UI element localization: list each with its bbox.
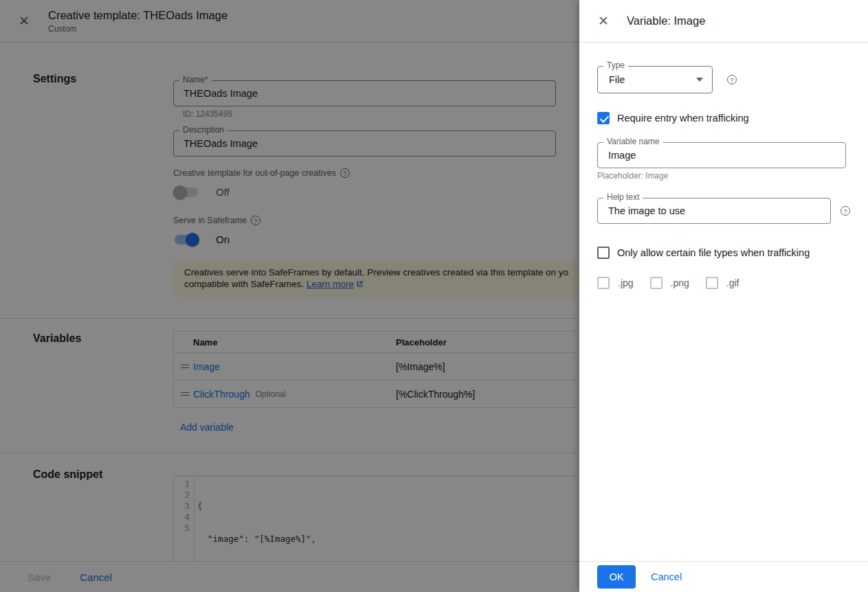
file-type-option: .png [650,277,689,289]
help-text-label: Help text [603,192,643,203]
require-entry-checkbox[interactable] [597,112,610,124]
jpg-label: .jpg [618,277,634,288]
type-select[interactable]: Type File [597,66,713,93]
panel-footer: OK Cancel [579,561,868,592]
only-file-types-checkbox[interactable] [597,247,610,259]
require-entry-row: Require entry when trafficking [597,112,850,124]
file-type-options: .jpg .png .gif [597,277,850,289]
help-icon[interactable]: ? [727,75,737,84]
variable-name-helper: Placeholder: Image [597,171,850,181]
variable-name-field: Variable name Image [597,142,846,168]
panel-body: Type File ? Require entry when trafficki… [579,43,868,289]
png-label: .png [671,277,689,288]
help-text-field: Help text The image to use [597,198,831,224]
panel-header: ✕ Variable: Image [579,0,868,43]
gif-checkbox[interactable] [706,277,718,289]
panel-cancel-button[interactable]: Cancel [651,571,682,582]
close-icon[interactable]: ✕ [597,15,610,27]
gif-label: .gif [726,277,739,288]
file-type-option: .gif [706,277,739,289]
variable-editor-panel: ✕ Variable: Image Type File ? Require en… [579,0,868,592]
file-types-row: Only allow certain file types when traff… [597,247,850,259]
panel-title: Variable: Image [627,14,705,27]
type-select-label: Type [603,60,628,71]
app-window: ✕ Creative template: THEOads Image Custo… [0,0,868,592]
require-entry-label: Require entry when trafficking [617,113,749,124]
type-row: Type File ? [597,66,850,93]
only-file-types-label: Only allow certain file types when traff… [617,247,810,258]
file-type-option: .jpg [597,277,634,289]
help-icon[interactable]: ? [841,206,850,216]
png-checkbox[interactable] [650,277,663,289]
ok-button[interactable]: OK [597,565,636,589]
jpg-checkbox[interactable] [597,277,610,289]
variable-name-label: Variable name [603,137,663,147]
help-text-row: Help text The image to use ? [597,181,850,224]
